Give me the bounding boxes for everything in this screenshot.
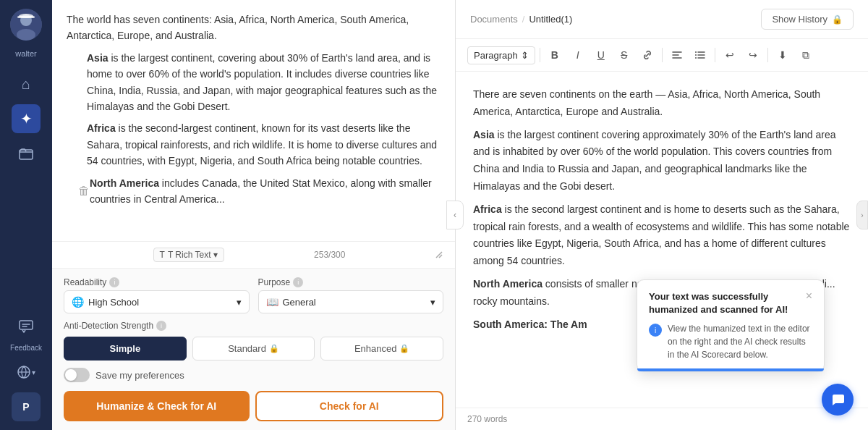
- purpose-value: General: [283, 297, 316, 308]
- paragraph-select[interactable]: Paragraph ⇕: [467, 46, 535, 64]
- svg-point-8: [695, 51, 697, 53]
- strength-simple-button[interactable]: Simple: [64, 337, 187, 361]
- editor-toolbar: Paragraph ⇕ B I U S ↩ ↪ ⬇ ⧉: [456, 39, 868, 72]
- breadcrumb-current: Untitled(1): [529, 14, 572, 25]
- action-buttons: Humanize & Check for AI Check for AI: [64, 391, 443, 421]
- controls-area: Readability i 🌐 High School ▾ Purpose i: [52, 268, 455, 430]
- toolbar-undo-button[interactable]: ↩: [720, 45, 740, 65]
- toolbar-copy-button[interactable]: ⧉: [796, 45, 816, 65]
- chat-button[interactable]: [822, 384, 854, 416]
- readability-value: High School: [88, 297, 139, 308]
- sidebar-item-home[interactable]: ⌂: [12, 69, 41, 98]
- right-content-intro: There are seven continents on the earth …: [473, 86, 851, 121]
- paragraph-chevron-icon: ⇕: [521, 50, 529, 61]
- editor-content-area[interactable]: The world has seven continents: Asia, Af…: [52, 0, 455, 241]
- word-count-right: 270 words: [467, 414, 507, 424]
- breadcrumb: Documents / Untitled(1): [470, 14, 572, 25]
- word-count-middle: 253/300: [314, 250, 345, 260]
- sidebar-item-globe[interactable]: ▾: [12, 358, 41, 387]
- breadcrumb-parent: Documents: [470, 14, 518, 25]
- sidebar-item-feedback[interactable]: Feedback: [10, 312, 42, 352]
- avatar[interactable]: [10, 9, 42, 41]
- toolbar-redo-button[interactable]: ↪: [743, 45, 763, 65]
- purpose-chevron-icon: ▾: [430, 297, 435, 308]
- content-north-america: North America includes Canada, the Unite…: [90, 175, 441, 208]
- check-for-ai-button[interactable]: Check for AI: [255, 391, 444, 421]
- feedback-icon: [12, 312, 41, 341]
- rich-text-icon: T: [160, 250, 165, 260]
- right-header: Documents / Untitled(1) Show History 🔒: [456, 0, 868, 39]
- readability-label: Readability i: [64, 277, 250, 287]
- readability-info-icon[interactable]: i: [109, 277, 119, 287]
- middle-collapse-button[interactable]: ‹: [446, 201, 464, 229]
- purpose-info-icon[interactable]: i: [293, 277, 303, 287]
- content-intro: The world has seven continents: Asia, Af…: [67, 12, 441, 44]
- toast-close-button[interactable]: ×: [806, 290, 812, 302]
- toolbar-strikethrough-button[interactable]: S: [614, 45, 634, 65]
- toast-title: Your text was successfully humanized and…: [649, 290, 806, 316]
- humanize-button[interactable]: Humanize & Check for AI: [64, 391, 250, 421]
- resize-handle[interactable]: [435, 250, 443, 259]
- strength-standard-button[interactable]: Standard 🔒: [192, 337, 315, 361]
- sidebar: walter ⌂ ✦ Feedback: [0, 0, 52, 430]
- toggle-thumb: [65, 369, 77, 381]
- feedback-label: Feedback: [10, 344, 42, 352]
- save-preferences-toggle[interactable]: [64, 368, 90, 382]
- breadcrumb-separator: /: [522, 14, 525, 25]
- lock-history-icon: 🔒: [832, 14, 843, 25]
- toolbar-list-button[interactable]: [690, 45, 710, 65]
- user-name-label: walter: [15, 49, 36, 58]
- sidebar-item-folder[interactable]: [12, 139, 41, 168]
- rich-text-button[interactable]: T T Rich Text ▾: [153, 248, 225, 262]
- middle-panel: The world has seven continents: Asia, Af…: [52, 0, 456, 430]
- delete-icon[interactable]: 🗑: [78, 182, 90, 201]
- save-preferences-row: Save my preferences: [64, 368, 443, 382]
- content-asia: Asia is the largest continent, covering …: [67, 50, 441, 115]
- toolbar-bold-button[interactable]: B: [545, 45, 565, 65]
- toolbar-divider-3: [715, 48, 715, 62]
- show-history-label: Show History: [772, 14, 827, 25]
- anti-detection-section: Anti-Detection Strength i Simple Standar…: [64, 321, 443, 361]
- readability-chevron-icon: ▾: [237, 297, 242, 308]
- svg-point-2: [17, 29, 35, 41]
- svg-rect-6: [20, 321, 33, 329]
- show-history-button[interactable]: Show History 🔒: [761, 9, 854, 30]
- controls-row: Readability i 🌐 High School ▾ Purpose i: [64, 277, 443, 313]
- toolbar-underline-button[interactable]: U: [591, 45, 611, 65]
- sidebar-item-ai[interactable]: ✦: [12, 104, 41, 133]
- right-content-asia: Asia is the largest continent covering a…: [473, 127, 851, 195]
- toolbar-download-button[interactable]: ⬇: [773, 45, 793, 65]
- toolbar-link-button[interactable]: [637, 45, 658, 65]
- content-north-america-row: 🗑 North America includes Canada, the Uni…: [67, 175, 441, 208]
- anti-detection-info-icon[interactable]: i: [156, 321, 166, 331]
- purpose-group: Purpose i 📖 General ▾: [258, 277, 444, 313]
- svg-point-10: [695, 57, 697, 59]
- toast-body-text: View the humanized text in the editor on…: [668, 322, 812, 361]
- content-africa: Africa is the second-largest continent, …: [67, 120, 441, 169]
- readability-globe-icon: 🌐: [72, 296, 84, 308]
- success-toast: Your text was successfully humanized and…: [637, 279, 825, 372]
- rich-text-chevron: ▾: [213, 250, 218, 260]
- anti-detection-label: Anti-Detection Strength i: [64, 321, 443, 331]
- purpose-label: Purpose i: [258, 277, 444, 287]
- toast-progress-bar: [637, 368, 824, 371]
- sidebar-item-profile[interactable]: P: [12, 392, 41, 421]
- purpose-select[interactable]: 📖 General ▾: [258, 290, 444, 313]
- readability-select[interactable]: 🌐 High School ▾: [64, 290, 250, 313]
- toolbar-align-button[interactable]: [667, 45, 687, 65]
- toolbar-divider-2: [662, 48, 663, 62]
- toast-info-icon: i: [649, 324, 662, 337]
- toast-body: i View the humanized text in the editor …: [649, 322, 812, 361]
- editor-bottom-toolbar: T T Rich Text ▾ 253/300: [52, 241, 455, 268]
- toolbar-divider-4: [767, 48, 768, 62]
- standard-lock-icon: 🔒: [269, 344, 279, 353]
- enhanced-lock-icon: 🔒: [399, 344, 409, 353]
- readability-group: Readability i 🌐 High School ▾: [64, 277, 250, 313]
- toolbar-italic-button[interactable]: I: [568, 45, 588, 65]
- svg-point-9: [695, 54, 697, 56]
- save-preferences-label: Save my preferences: [95, 370, 184, 381]
- right-collapse-button[interactable]: ›: [856, 201, 868, 229]
- right-content-africa: Africa is the second largest continent a…: [473, 201, 851, 270]
- right-footer: 270 words: [456, 408, 868, 430]
- strength-enhanced-button[interactable]: Enhanced 🔒: [320, 337, 443, 361]
